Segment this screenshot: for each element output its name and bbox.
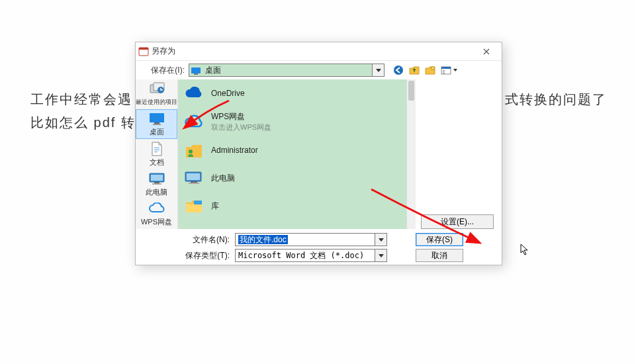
toolbar: 保存在(I): 桌面 <box>136 61 502 79</box>
svg-rect-3 <box>194 73 198 75</box>
settings-button[interactable]: 设置(E)... <box>421 214 494 229</box>
sidebar-item-this-pc[interactable]: 此电脑 <box>136 169 177 199</box>
sidebar-item-recent[interactable]: 最近使用的项目 <box>136 79 177 109</box>
scrollbar[interactable] <box>406 79 416 229</box>
list-item[interactable]: WPS网盘 双击进入WPS网盘 <box>178 107 416 136</box>
user-folder-icon <box>183 140 204 160</box>
form: 文件名(N): 我的文件.doc 保存类型(T): Microsoft Word… <box>182 233 412 262</box>
desktop-icon <box>191 66 203 75</box>
chevron-down-icon <box>452 64 458 76</box>
libraries-icon <box>183 196 204 216</box>
file-list[interactable]: OneDrive WPS网盘 双击进入WPS网盘 Administrator <box>178 79 416 229</box>
svg-rect-10 <box>443 73 445 73</box>
onedrive-icon <box>183 83 204 103</box>
svg-rect-17 <box>154 148 159 148</box>
scrollbar-thumb[interactable] <box>408 81 414 101</box>
sidebar-item-label: 文档 <box>150 158 164 167</box>
filename-value: 我的文件.doc <box>238 235 288 244</box>
svg-point-4 <box>394 66 403 75</box>
list-item[interactable]: OneDrive <box>178 79 416 107</box>
bg-line1-left: 工作中经常会遇 <box>30 88 132 111</box>
svg-rect-30 <box>194 201 202 205</box>
sidebar-item-label: 桌面 <box>150 127 164 137</box>
footer-buttons: 保存(S) 取消 <box>412 233 498 262</box>
filename-label: 文件名(N): <box>182 234 230 246</box>
svg-rect-7 <box>441 67 451 69</box>
document-icon <box>148 142 165 156</box>
svg-rect-1 <box>139 48 148 50</box>
save-button[interactable]: 保存(S) <box>416 233 463 246</box>
cloud-icon <box>148 201 165 216</box>
dialog-footer: 文件名(N): 我的文件.doc 保存类型(T): Microsoft Word… <box>136 229 502 265</box>
sidebar-item-label: 此电脑 <box>146 187 167 197</box>
list-item-label: Administrator <box>211 146 258 155</box>
new-folder-icon[interactable] <box>424 64 436 76</box>
list-item-sub: 双击进入WPS网盘 <box>211 122 271 132</box>
svg-rect-26 <box>187 173 200 180</box>
list-item[interactable]: 库 <box>178 192 416 220</box>
svg-rect-29 <box>186 204 202 212</box>
chevron-down-icon[interactable] <box>375 250 386 261</box>
cursor-icon <box>520 244 529 255</box>
chevron-down-icon[interactable] <box>375 234 386 246</box>
up-folder-icon[interactable] <box>408 64 420 76</box>
recent-icon <box>148 81 165 96</box>
location-text: 桌面 <box>203 65 372 76</box>
filetype-value: Microsoft Word 文档 (*.doc) <box>236 250 375 261</box>
list-item-label: OneDrive <box>211 89 245 98</box>
svg-rect-23 <box>152 183 161 185</box>
svg-rect-8 <box>443 70 445 71</box>
list-item-label: WPS网盘 <box>211 111 271 122</box>
svg-rect-9 <box>443 71 445 72</box>
svg-rect-16 <box>153 124 161 125</box>
save-button-label: 保存(S) <box>426 234 453 246</box>
cancel-button[interactable]: 取消 <box>416 249 463 262</box>
filetype-input[interactable]: Microsoft Word 文档 (*.doc) <box>235 249 387 262</box>
svg-rect-27 <box>191 181 197 183</box>
list-item-label: 此电脑 <box>211 173 235 183</box>
view-icon <box>440 64 452 76</box>
save-in-label: 保存在(I): <box>141 65 185 76</box>
desktop-icon <box>148 111 165 126</box>
svg-rect-28 <box>189 183 199 184</box>
sidebar-item-desktop[interactable]: 桌面 <box>136 109 177 139</box>
back-icon[interactable] <box>392 64 404 76</box>
chevron-down-icon[interactable] <box>372 64 384 76</box>
app-icon <box>138 46 149 57</box>
right-panel: 设置(E)... <box>416 79 502 229</box>
cancel-button-label: 取消 <box>432 250 447 261</box>
bg-line1-right: 式转换的问题了 <box>505 88 607 111</box>
location-combo[interactable]: 桌面 <box>189 64 385 77</box>
svg-rect-21 <box>151 175 163 181</box>
places-sidebar: 最近使用的项目 桌面 文档 此电脑 <box>136 79 178 229</box>
list-item-label: 库 <box>211 201 219 210</box>
svg-rect-2 <box>191 68 201 73</box>
bg-line2: 比如怎么 pdf 转 <box>30 111 136 134</box>
toolbar-icons <box>392 64 458 76</box>
filename-input[interactable]: 我的文件.doc <box>235 233 387 246</box>
filetype-label: 保存类型(T): <box>182 250 230 261</box>
svg-rect-19 <box>154 152 158 152</box>
svg-rect-14 <box>150 113 164 122</box>
svg-rect-15 <box>154 122 159 124</box>
computer-icon <box>183 168 204 188</box>
svg-rect-22 <box>154 182 159 183</box>
sidebar-item-documents[interactable]: 文档 <box>136 139 177 169</box>
list-item[interactable]: Administrator <box>178 136 416 164</box>
wps-cloud-icon <box>183 112 204 132</box>
svg-rect-18 <box>154 150 159 150</box>
settings-button-label: 设置(E)... <box>441 216 474 228</box>
sidebar-item-label: 最近使用的项目 <box>136 98 177 106</box>
sidebar-item-label: WPS网盘 <box>141 217 172 227</box>
close-button[interactable] <box>475 44 498 59</box>
titlebar: 另存为 <box>136 42 502 61</box>
save-as-dialog: 另存为 保存在(I): 桌面 <box>135 42 502 265</box>
computer-icon <box>148 171 165 186</box>
svg-point-24 <box>189 150 193 154</box>
view-menu[interactable] <box>440 64 458 76</box>
dialog-body: 最近使用的项目 桌面 文档 此电脑 <box>136 79 502 229</box>
list-item[interactable]: 此电脑 <box>178 164 416 192</box>
dialog-title: 另存为 <box>152 46 475 57</box>
sidebar-item-wps-cloud[interactable]: WPS网盘 <box>136 199 177 229</box>
